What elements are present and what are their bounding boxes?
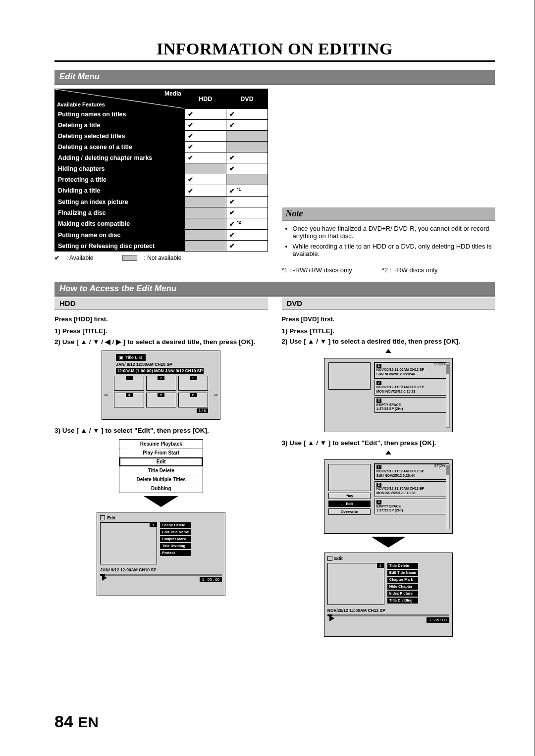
dvd-step-2: 2) Use [ ▲ / ▼ ] to select a desired tit… [282, 338, 495, 345]
opt-scene-delete: Scene Delete [160, 522, 191, 528]
hdd-step-1: 1) Press [TITLE]. [54, 327, 268, 335]
page-footer: 84 EN [54, 712, 99, 731]
opt-title-dividing: Title Dividing [387, 598, 418, 604]
feature-dvd: ✔ [226, 120, 268, 131]
sp-label: SP(2Hr) [434, 464, 446, 467]
dvd-list-item: 2NOV/26/12 11:35AM CH13 EPMON NOV/26/12 … [374, 380, 448, 396]
page-title: INFORMATION ON EDITING [54, 40, 495, 58]
down-arrow-icon [144, 496, 178, 507]
feature-hdd [184, 163, 226, 174]
feature-hdd: ✔ [184, 142, 226, 152]
progress-bar [327, 614, 449, 616]
feature-dvd: ✔ [226, 109, 268, 120]
tl-line1: JAN/ 9/12 12:00AM CH10 SP [116, 362, 217, 367]
dvd-edit-options: Title Delete Edit Title Name Chapter Mar… [387, 563, 418, 605]
menu-resume: Resume Playback [119, 440, 203, 449]
feature-hdd [184, 230, 226, 241]
feature-hdd [184, 241, 226, 252]
hdd-edit-options: Scene Delete Edit Title Name Chapter Mar… [160, 522, 191, 564]
hr [54, 60, 495, 62]
time-indicator: 1 : 05 : 00 [427, 617, 449, 623]
note-body: Once you have finalized a DVD+R/ DVD-R, … [282, 221, 495, 264]
hdd-step-2: 2) Use [ ▲ / ▼ / ◀ / ▶ ] to select a des… [54, 338, 268, 346]
feature-name: Making edits compatible [55, 218, 185, 230]
feature-dvd: ✔ *2 [226, 218, 268, 230]
sub-dvd: DVD [282, 298, 495, 310]
hdd-edit-screen: Edit 1 Scene Delete Edit Title Name Chap… [97, 512, 225, 596]
feature-hdd [184, 197, 226, 207]
feature-hdd: ✔ [184, 185, 226, 197]
right-arrow-icon: ⇨ [214, 392, 218, 398]
dvd-step-3: 3) Use [ ▲ / ▼ ] to select "Edit", then … [282, 439, 495, 447]
scrollbar [446, 464, 450, 529]
dvd-list-item: 3EMPTY SPACE1:37:52 SP (2Hr) [374, 499, 448, 514]
feature-dvd [226, 174, 268, 185]
feature-name: Putting name on disc [55, 230, 185, 241]
feature-dvd: ✔ *1 [226, 185, 268, 197]
feature-hdd: ✔ [184, 152, 226, 163]
opt-hide-chapter: Hide Chapter [387, 584, 418, 590]
feature-name: Deleting a title [55, 120, 185, 131]
feature-name: Deleting selected titles [55, 131, 185, 142]
dvd-status: NOV/25/12 11:00AM CH12 SP [327, 608, 449, 613]
legend-not-available: : Not available [144, 254, 182, 261]
preview-thumb [328, 362, 371, 390]
feature-hdd [184, 218, 226, 230]
dvd-list-item: 3EMPTY SPACE1:37:52 SP (2Hr) [374, 397, 448, 413]
legend-available: : Available [66, 254, 94, 261]
feature-hdd: ✔ [184, 131, 226, 142]
opt-chapter-mark: Chapter Mark [387, 577, 418, 583]
feature-name: Putting names on titles [55, 109, 185, 120]
dvd-title-list-screen-2: Play Edit Overwrite SP(2Hr) 1NOV/25/12 1… [324, 459, 453, 534]
note-heading: Note [282, 207, 495, 221]
footnote-1: *1 : -RW/+RW discs only [282, 266, 352, 274]
dvd-title-list-screen: SP(2Hr) 1NOV/25/12 11:00AM CH12 SPSUN NO… [324, 358, 453, 432]
footnote-2: *2 : +RW discs only [382, 266, 438, 274]
scrollbar [446, 362, 450, 428]
menu-dubbing: Dubbing [119, 484, 203, 493]
feature-name: Protecting a title [55, 174, 185, 185]
menu-playstart: Play From Start [119, 449, 203, 457]
sp-label: SP(2Hr) [434, 362, 446, 366]
page-lang: EN [78, 714, 99, 730]
section-edit-menu: Edit Menu [54, 70, 495, 85]
feature-name: Finalizing a disc [55, 207, 185, 218]
feature-name: Adding / deleting chapter marks [55, 152, 185, 163]
page-indicator: 1 / 6 [197, 408, 209, 413]
time-indicator: 1 : 05 : 00 [200, 577, 222, 582]
hdd-step-3: 3) Use [ ▲ / ▼ ] to select "Edit", then … [54, 427, 268, 434]
col-hdd: HDD [184, 89, 226, 109]
page-number: 84 [54, 712, 73, 731]
tl-line2: 12:00AM (1:00:00) MON JAN/ 9/12 CH10 SP [116, 368, 204, 374]
swatch-na [122, 255, 137, 261]
opt-index-picture: Index Picture [387, 591, 418, 597]
preview-thumb [328, 464, 371, 491]
feature-name: Dividing a title [55, 185, 185, 197]
down-arrow-icon [371, 537, 406, 548]
features-table: Media Available Features HDD DVD Putting… [54, 89, 268, 252]
hdd-press-first: Press [HDD] first. [54, 315, 268, 324]
dvd-list-item: 2NOV/26/12 11:35AM CH13 EPMON NOV/26/12 … [374, 481, 448, 497]
feature-dvd: ✔ [226, 230, 268, 241]
note-item: While recording a title to an HDD or a D… [293, 243, 492, 257]
progress-bar [100, 574, 222, 576]
legend: ✔ : Available : Not available [54, 254, 268, 261]
menu-title-delete: Title Delete [119, 466, 203, 475]
menu-delete-multi: Delete Multiple Titles [119, 475, 203, 484]
opt-title-dividing: Title Dividing [160, 543, 191, 549]
hdd-title-list-screen: ▣Title List JAN/ 9/12 12:00AM CH10 SP 12… [102, 351, 220, 420]
dvd-step-1: 1) Press [TITLE]. [282, 327, 495, 335]
side-edit: Edit [328, 501, 371, 507]
hdd-context-menu: Resume Playback Play From Start Edit Tit… [119, 439, 203, 493]
up-arrow-icon [385, 451, 391, 454]
sub-hdd: HDD [54, 298, 268, 310]
check-icon: ✔ [54, 254, 59, 261]
hdr-media: Media [164, 90, 181, 97]
opt-edit-title-name: Edit Title Name [160, 529, 191, 535]
side-play: Play [328, 493, 371, 499]
section-how-to-access: How to Access the Edit Menu [54, 282, 495, 297]
left-arrow-icon: ⇦ [104, 392, 108, 398]
edit-heading: Edit [334, 556, 343, 561]
menu-edit: Edit [119, 457, 203, 466]
dvd-edit-screen: Edit 1 Title Delete Edit Title Name Chap… [324, 553, 453, 637]
